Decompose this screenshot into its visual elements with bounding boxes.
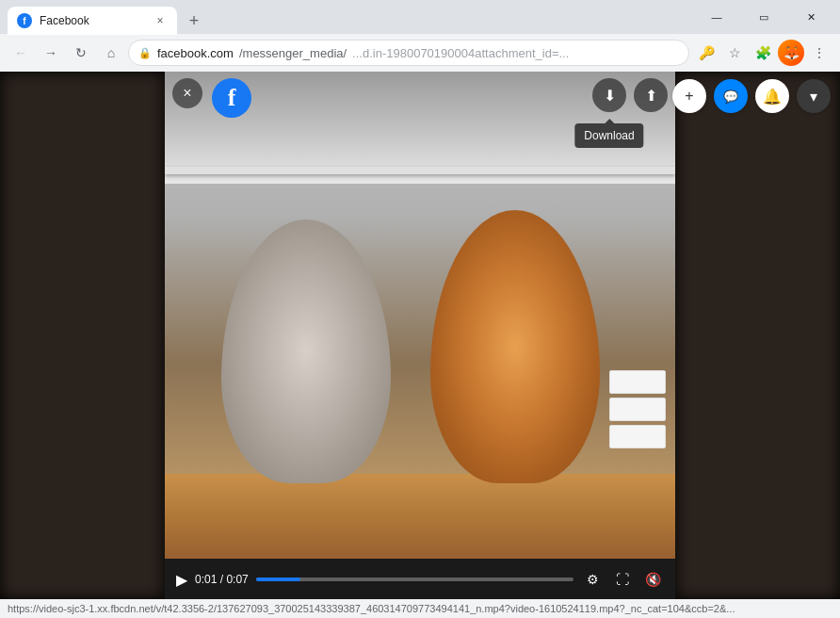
close-overlay: ×: [172, 78, 202, 108]
cat-scene: [165, 72, 675, 559]
shelf-item-1: [609, 370, 666, 394]
mute-icon: 🔇: [645, 572, 661, 587]
download-button[interactable]: ⬇ Download: [592, 78, 626, 112]
url-base: facebook.com: [157, 46, 234, 60]
download-icon: ⬇: [604, 87, 616, 105]
video-overlay-icons: ⬇ Download ⬆: [592, 78, 668, 112]
back-button[interactable]: ←: [8, 40, 34, 66]
messenger-button[interactable]: 💬: [714, 79, 748, 113]
profile-avatar[interactable]: 🦊: [778, 40, 804, 66]
wooden-shelf: [165, 474, 675, 559]
status-bar: https://video-sjc3-1.xx.fbcdn.net/v/t42.…: [0, 599, 840, 618]
forward-button[interactable]: →: [38, 40, 64, 66]
play-button[interactable]: ▶: [176, 571, 187, 589]
maximize-button[interactable]: ▭: [742, 2, 785, 32]
close-window-button[interactable]: ✕: [789, 2, 832, 32]
progress-bar[interactable]: [256, 577, 573, 581]
tab-close-button[interactable]: ×: [153, 13, 168, 28]
tab-favicon: f: [17, 13, 32, 28]
fb-logo-overlay: f: [212, 78, 251, 118]
navigation-bar: ← → ↻ ⌂ 🔒 facebook.com /messenger_media/…: [0, 34, 840, 72]
share-icon: ⬆: [645, 87, 657, 105]
window-controls: — ▭ ✕: [695, 2, 832, 32]
cat-left: [221, 220, 391, 483]
close-video-button[interactable]: ×: [172, 78, 202, 108]
shelf-item-2: [609, 398, 666, 421]
messenger-icon: 💬: [723, 89, 738, 104]
account-menu-button[interactable]: ▾: [797, 79, 831, 113]
content-area: × f ⬇ Download ⬆: [0, 72, 840, 599]
active-tab[interactable]: f Facebook ×: [8, 7, 177, 35]
status-url: https://video-sjc3-1.xx.fbcdn.net/v/t42.…: [8, 603, 735, 614]
facebook-nav-icons: + 💬 🔔 ▾: [672, 79, 831, 113]
refresh-button[interactable]: ↻: [68, 40, 94, 66]
tab-title: Facebook: [40, 14, 145, 27]
progress-bar-fill: [256, 577, 300, 581]
browser-frame: f Facebook × + — ▭ ✕ ← → ↻ ⌂ 🔒 facebook.…: [0, 0, 840, 618]
time-display: 0:01 / 0:07: [195, 573, 249, 586]
shelf-items: [609, 370, 666, 483]
plus-icon: +: [685, 88, 693, 105]
extensions-icon[interactable]: 🧩: [750, 40, 776, 66]
bell-icon: 🔔: [763, 88, 782, 106]
tabs-area: f Facebook × +: [8, 0, 691, 34]
new-tab-button[interactable]: +: [181, 8, 207, 34]
url-params: ...d.in-1980070190004attachment_id=...: [352, 46, 569, 60]
bookmark-icon[interactable]: ☆: [721, 40, 748, 66]
home-button[interactable]: ⌂: [98, 40, 124, 66]
key-icon: 🔑: [693, 40, 719, 66]
notifications-button[interactable]: 🔔: [755, 79, 789, 113]
fullscreen-icon: ⛶: [616, 572, 629, 587]
more-menu-button[interactable]: ⋮: [806, 40, 832, 66]
settings-button[interactable]: ⚙: [581, 568, 604, 591]
fullscreen-button[interactable]: ⛶: [611, 568, 634, 591]
lock-icon: 🔒: [138, 47, 152, 59]
video-container: × f ⬇ Download ⬆: [165, 72, 675, 599]
video-content[interactable]: × f ⬇ Download ⬆: [165, 72, 675, 559]
share-button[interactable]: ⬆: [634, 78, 668, 112]
cat-right: [430, 210, 600, 483]
chevron-down-icon: ▾: [810, 88, 817, 106]
cat-left-body: [221, 220, 391, 483]
nav-actions: 🔑 ☆ 🧩 🦊 ⋮: [693, 40, 832, 66]
profile-avatar-inner: 🦊: [778, 40, 804, 66]
add-button[interactable]: +: [672, 79, 706, 113]
left-blur-overlay: [0, 72, 165, 599]
address-bar[interactable]: 🔒 facebook.com /messenger_media/ ...d.in…: [128, 40, 689, 66]
minimize-button[interactable]: —: [695, 2, 738, 32]
time-current: 0:01: [195, 573, 217, 586]
video-controls-bar: ▶ 0:01 / 0:07 ⚙ ⛶ 🔇: [165, 559, 675, 599]
settings-icon: ⚙: [587, 572, 599, 587]
url-path: /messenger_media/: [239, 46, 347, 60]
shelf-bar: [165, 167, 675, 174]
facebook-logo: f: [212, 78, 251, 118]
time-total: 0:07: [226, 573, 248, 586]
play-icon: ▶: [176, 571, 187, 589]
shelf-item-3: [609, 425, 666, 448]
cat-right-body: [430, 210, 600, 483]
right-blur-overlay: [675, 72, 840, 599]
mute-button[interactable]: 🔇: [641, 568, 664, 591]
title-bar: f Facebook × + — ▭ ✕: [0, 0, 840, 34]
